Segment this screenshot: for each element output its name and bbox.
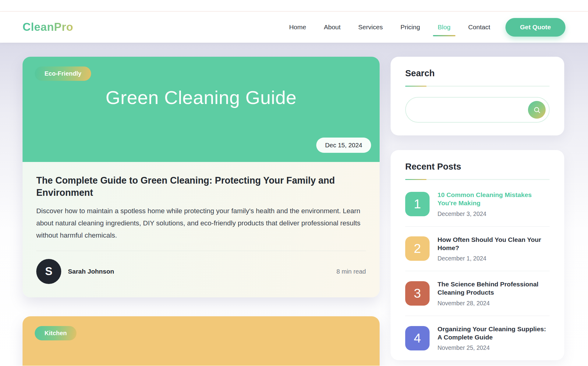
recent-posts-card: Recent Posts 1 10 Common Cleaning Mistak… [391,150,564,360]
featured-post-hero: Eco-Friendly Green Cleaning Guide Dec 15… [23,57,380,162]
recent-post-item[interactable]: 2 How Often Should You Clean Your Home? … [405,227,550,271]
second-post-card[interactable]: Kitchen [23,316,380,366]
nav-link-services[interactable]: Services [358,23,383,31]
get-quote-button[interactable]: Get Quote [505,18,565,37]
category-badge[interactable]: Kitchen [35,326,76,340]
recent-post-info: How Often Should You Clean Your Home? De… [437,235,550,262]
featured-post-body: The Complete Guide to Green Cleaning: Pr… [23,162,380,297]
nav-link-blog[interactable]: Blog [438,23,451,31]
search-card: Search [391,57,564,135]
search-button[interactable] [528,101,546,119]
page-content: Eco-Friendly Green Cleaning Guide Dec 15… [0,43,588,366]
hero-title: Green Cleaning Guide [23,87,380,108]
site-header: CleanPro Home About Services Pricing Blo… [0,12,588,43]
recent-post-info: 10 Common Cleaning Mistakes You're Makin… [437,191,550,217]
divider [36,251,366,251]
category-badge[interactable]: Eco-Friendly [35,66,91,81]
recent-post-title[interactable]: How Often Should You Clean Your Home? [437,235,550,252]
post-number-badge: 2 [405,236,430,261]
recent-post-title[interactable]: 10 Common Cleaning Mistakes You're Makin… [437,191,550,207]
brand-logo[interactable]: CleanPro [23,21,73,34]
nav-link-home[interactable]: Home [289,23,306,31]
featured-post-card[interactable]: Eco-Friendly Green Cleaning Guide Dec 15… [23,57,380,297]
recent-post-info: The Science Behind Professional Cleaning… [437,280,550,307]
post-number-badge: 4 [405,326,430,350]
main-nav: Home About Services Pricing Blog Contact [289,23,490,31]
author-row: S Sarah Johnson 8 min read [36,259,366,284]
recent-posts-heading: Recent Posts [405,162,550,172]
post-date-pill: Dec 15, 2024 [316,138,371,153]
sidebar: Search Recent Posts 1 [391,57,564,360]
search-heading: Search [405,68,550,78]
nav-link-pricing[interactable]: Pricing [400,23,420,31]
read-time: 8 min read [336,268,366,275]
recent-post-item[interactable]: 1 10 Common Cleaning Mistakes You're Mak… [405,182,550,227]
recent-post-date: November 25, 2024 [437,344,550,351]
post-excerpt: Discover how to maintain a spotless home… [36,205,366,242]
recent-post-item[interactable]: 3 The Science Behind Professional Cleani… [405,271,550,316]
blog-main-column: Eco-Friendly Green Cleaning Guide Dec 15… [23,57,380,366]
top-strip [0,0,588,12]
heading-underline [405,179,550,180]
author-avatar: S [36,259,61,284]
recent-post-date: December 1, 2024 [437,255,550,262]
post-number-badge: 1 [405,192,430,216]
recent-post-date: December 3, 2024 [437,210,550,217]
recent-post-info: Organizing Your Cleaning Supplies: A Com… [437,325,550,352]
recent-post-item[interactable]: 4 Organizing Your Cleaning Supplies: A C… [405,316,550,361]
nav-link-contact[interactable]: Contact [468,23,490,31]
recent-post-title[interactable]: Organizing Your Cleaning Supplies: A Com… [437,325,550,342]
heading-underline [405,86,550,87]
recent-post-date: November 28, 2024 [437,300,550,307]
search-icon [533,106,541,114]
nav-link-about[interactable]: About [324,23,341,31]
second-post-hero: Kitchen [23,316,380,366]
search-row [405,97,550,123]
recent-posts-list: 1 10 Common Cleaning Mistakes You're Mak… [405,182,550,360]
author-name: Sarah Johnson [68,268,114,275]
post-title[interactable]: The Complete Guide to Green Cleaning: Pr… [36,174,362,199]
recent-post-title[interactable]: The Science Behind Professional Cleaning… [437,280,550,297]
post-number-badge: 3 [405,281,430,306]
